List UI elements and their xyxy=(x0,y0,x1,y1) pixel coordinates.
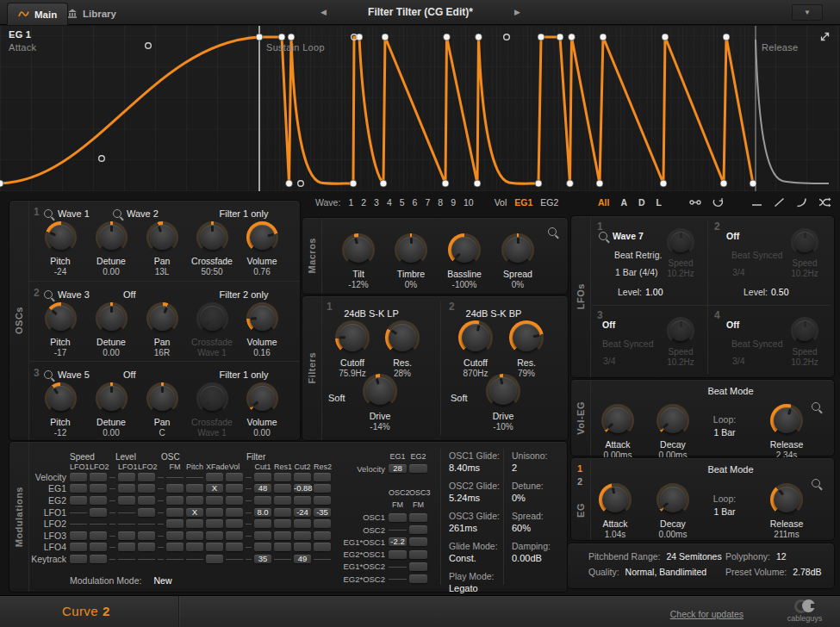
osc1-pitch-knob[interactable]: Pitch-24 xyxy=(35,221,85,276)
osc2-crossfade-knob[interactable]: CrossfadeWave 1 xyxy=(187,302,237,357)
lfo3-rate[interactable]: 3/4 xyxy=(603,356,616,366)
knob-value[interactable]: 0.00 xyxy=(86,267,136,276)
matrix-slot[interactable] xyxy=(70,496,87,505)
matrix-value[interactable]: -35 xyxy=(314,508,331,517)
knob-dial[interactable] xyxy=(448,233,481,266)
lfo1-wave-selector[interactable]: Wave 7 xyxy=(599,231,644,241)
wave-select-4[interactable]: 4 xyxy=(387,197,392,208)
randomize-icon[interactable] xyxy=(818,197,831,208)
knob-value[interactable]: -24 xyxy=(35,267,85,276)
osc2-detune-knob[interactable]: Detune0.00 xyxy=(86,302,136,357)
matrix-slot[interactable] xyxy=(294,543,311,551)
line-horizontal-icon[interactable] xyxy=(751,197,762,208)
envelope-handle[interactable] xyxy=(298,181,304,187)
matrix-slot[interactable] xyxy=(166,496,184,505)
knob-dial[interactable] xyxy=(656,404,689,437)
envelope-node[interactable] xyxy=(600,34,607,40)
osc1-wave1-selector[interactable]: Wave 1 xyxy=(44,208,90,219)
vol-eg-release-knob[interactable]: Release2.34s xyxy=(762,404,812,460)
matrix-slot[interactable] xyxy=(274,531,291,540)
filter2-type-selector[interactable]: 24dB S-K BP xyxy=(442,308,545,319)
knob-value[interactable]: 0.16 xyxy=(237,348,287,357)
envelope-node[interactable] xyxy=(382,34,389,40)
knob-dial[interactable] xyxy=(656,483,689,516)
macro-bassline-knob[interactable]: Bassline-100% xyxy=(439,233,489,289)
glide-value[interactable]: 5.24ms xyxy=(449,493,500,503)
knob-dial[interactable] xyxy=(96,302,128,334)
knob-dial[interactable] xyxy=(45,382,77,414)
matrix-slot[interactable] xyxy=(226,473,243,481)
osc1-filter-routing[interactable]: Filter 1 only xyxy=(206,208,282,219)
knob-value[interactable]: C xyxy=(137,428,187,438)
knob-dial[interactable] xyxy=(501,233,534,266)
filter1-cutoff-knob[interactable]: Cutoff75.9Hz xyxy=(327,320,377,378)
envelope-node[interactable] xyxy=(538,34,544,40)
preset-dropdown-button[interactable]: ▼ xyxy=(792,4,823,21)
knob-dial[interactable] xyxy=(96,221,128,253)
filter1-type-selector[interactable]: 24dB S-K LP xyxy=(320,308,423,319)
knob-value[interactable]: 0.00 xyxy=(86,348,136,357)
matrix-slot[interactable] xyxy=(70,543,87,551)
knob-dial[interactable] xyxy=(335,320,370,355)
vol-eg-loop[interactable]: Loop:1 Bar xyxy=(697,414,752,438)
matrix-slot[interactable] xyxy=(206,543,223,551)
matrix-slot[interactable] xyxy=(409,574,427,583)
eg-release-knob[interactable]: Release211ms xyxy=(762,483,812,539)
wave-select-10[interactable]: 10 xyxy=(464,197,474,208)
envelope-node[interactable] xyxy=(256,34,263,40)
lfo1-speed-knob[interactable]: Speed10.2Hz xyxy=(659,228,702,278)
eg-decay-knob[interactable]: Decay0.00ms xyxy=(648,483,698,539)
matrix-slot[interactable] xyxy=(314,531,331,540)
macros-search-icon[interactable] xyxy=(548,227,557,236)
knob-value[interactable]: 0.00ms xyxy=(648,530,698,539)
knob-value[interactable]: -17 xyxy=(35,348,85,357)
knob-value[interactable]: -100% xyxy=(439,280,489,289)
envelope-node[interactable] xyxy=(557,34,563,40)
matrix-slot[interactable] xyxy=(90,543,107,551)
wave-select-3[interactable]: 3 xyxy=(374,197,379,208)
knob-value[interactable]: 10.2Hz xyxy=(783,357,826,367)
vol-eg-beat-mode[interactable]: Beat Mode xyxy=(666,386,795,396)
knob-value[interactable]: 1.04s xyxy=(590,530,640,539)
knob-dial[interactable] xyxy=(196,302,228,334)
knob-value[interactable]: 16R xyxy=(137,348,187,357)
knob-value[interactable]: -12% xyxy=(333,280,383,289)
osc1-wave2-selector[interactable]: Wave 2 xyxy=(113,208,159,219)
osc2-filter-routing[interactable]: Filter 2 only xyxy=(206,289,282,300)
matrix-slot[interactable] xyxy=(254,473,271,481)
osc3-detune-knob[interactable]: Detune0.00 xyxy=(86,382,136,438)
envelope-canvas[interactable] xyxy=(0,26,840,191)
knob-dial[interactable] xyxy=(146,302,178,334)
matrix-slot[interactable] xyxy=(206,508,223,517)
filter1-drive-mode[interactable]: Soft xyxy=(328,393,345,403)
pitchbend-value[interactable]: 24 Semitones xyxy=(666,551,721,562)
matrix-slot[interactable] xyxy=(90,531,107,540)
knob-dial[interactable] xyxy=(667,228,694,256)
knob-dial[interactable] xyxy=(45,221,77,253)
matrix-slot[interactable] xyxy=(138,508,155,517)
envelope-node[interactable] xyxy=(567,180,574,187)
wave-select-2[interactable]: 2 xyxy=(361,197,366,208)
matrix-slot[interactable] xyxy=(90,508,107,517)
check-updates-link[interactable]: Check for updates xyxy=(670,609,744,619)
matrix-slot[interactable] xyxy=(186,496,203,505)
lfo3-wave-selector[interactable]: Off xyxy=(602,320,615,330)
osc3-wave1-selector[interactable]: Wave 5 xyxy=(44,369,90,380)
matrix-slot[interactable] xyxy=(409,513,427,522)
matrix-slot[interactable] xyxy=(186,484,203,493)
knob-value[interactable]: 0% xyxy=(493,280,543,289)
voice-value[interactable]: 0% xyxy=(512,493,551,503)
matrix-slot[interactable] xyxy=(138,484,155,493)
knob-dial[interactable] xyxy=(196,221,228,253)
knob-dial[interactable] xyxy=(509,320,544,355)
matrix-value[interactable]: 49 xyxy=(294,555,311,563)
envelope-node[interactable] xyxy=(278,34,285,40)
matrix-slot[interactable] xyxy=(206,555,223,563)
knob-dial[interactable] xyxy=(395,233,427,266)
vol-tab[interactable]: Vol xyxy=(495,197,507,208)
matrix-value[interactable]: -24 xyxy=(294,508,311,517)
eg2-tab[interactable]: EG2 xyxy=(540,197,558,208)
reset-curve-icon[interactable] xyxy=(712,197,724,208)
knob-value[interactable]: 0.76 xyxy=(237,267,287,276)
matrix-slot[interactable] xyxy=(90,473,107,481)
